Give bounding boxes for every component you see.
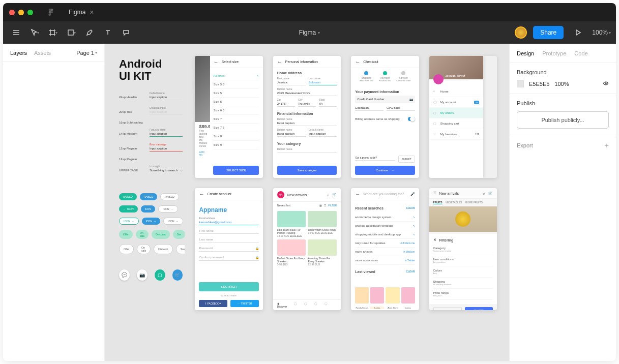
frame-tool[interactable]: ▾ [45,24,61,41]
share-button[interactable]: Share [533,26,564,39]
frame-checkout[interactable]: ←Checkout ShippingAdd/renew info Payment… [351,56,419,178]
zoom-value: 100% [592,29,608,36]
zoom-control[interactable]: 100% ▾ [592,29,611,36]
close-window-icon[interactable] [9,10,15,15]
pen-tool[interactable] [81,24,98,41]
document-title[interactable]: Figma ▾ [299,29,320,36]
billing-toggle [408,117,415,121]
present-button[interactable] [570,24,586,41]
maximize-window-icon[interactable] [27,10,33,15]
visibility-icon[interactable] [603,80,609,87]
user-avatar[interactable] [515,26,527,39]
toolbar: ▾ ▾ ▾ Figma ▾ Share 100% ▾ [3,21,616,44]
menu-icon: ☰ [433,191,436,195]
canvas[interactable]: Android UI KIT 24sp HeadlinDefault nameI… [105,44,509,361]
bag-icon: ▢ [433,111,437,115]
discover-icon: ◉Discover [277,302,287,308]
arrow-icon: ↖ [413,224,415,227]
user-icon: ◯ [433,100,437,104]
nav-icon: ◯ [325,302,328,308]
titlebar: Figma × [3,3,616,21]
shape-tool[interactable]: ▾ [63,24,79,41]
assets-tab[interactable]: Assets [34,50,51,56]
cart-icon: ▢ [433,122,437,126]
search-icon: ⌕ [327,193,329,197]
publish-title: Publish [517,100,609,106]
back-icon: ← [199,191,204,197]
move-tool[interactable]: ▾ [26,24,43,41]
back-icon: ← [355,59,360,65]
heart-icon: ♡ [433,132,437,136]
frame-personal-info[interactable]: ←Personal information Home address First… [273,56,341,178]
page-label: Page 1 [76,50,94,56]
frame-profile-menu[interactable]: Jessica Tibvitz purchasenow@gmail.com ⌂H… [429,56,497,178]
close-tab-icon[interactable]: × [90,8,94,16]
background-swatch[interactable] [517,80,524,87]
figma-logo-icon [47,9,54,16]
profile-avatar [433,74,444,84]
arrow-right-icon: → [391,169,394,172]
prototype-tab[interactable]: Prototype [542,50,566,56]
list-icon: ☰ [324,204,326,207]
back-icon: ← [213,59,218,65]
frame-create-account[interactable]: ←Create account Appname Email address ka… [195,188,262,310]
export-title: Export [517,142,533,148]
layers-panel: Layers Assets Page 1 ▾ [3,44,105,361]
design-tab[interactable]: Design [517,50,534,56]
select-size-button: SELECT SIZE [213,166,258,175]
publish-section: Publish Publish publicly... [510,94,616,135]
search-icon: ⌕ [483,192,485,195]
twitter-button: 🐦 TWITTER [230,300,259,307]
arrow-icon: ↖ [413,216,415,219]
properties-panel: Design Prototype Code Background E5E5E5 … [509,44,616,361]
comment-tool[interactable] [118,24,134,41]
cart-icon: 🛒 [488,191,493,195]
camera-icon: 📷 [409,98,413,101]
doc-name: Figma [299,29,316,36]
mic-icon: 🎤 [410,192,415,196]
tab-label: Figma [69,9,85,16]
window-controls [9,10,33,15]
text-tool[interactable] [100,24,116,41]
menu-button[interactable] [8,24,24,41]
chevron-down-icon: ▾ [318,31,320,35]
frame-filter[interactable]: ☰New arrivals⌕🛒 FRUITSVEGETABLESMORE FRU… [429,188,497,310]
svg-point-0 [51,11,53,13]
export-section: Export + [510,135,616,156]
kit-title-1: Android [119,58,183,70]
frame-typography[interactable]: Android UI KIT 24sp HeadlinDefault nameI… [117,56,185,178]
reset-button: RESET [433,307,462,310]
layers-tab[interactable]: Layers [10,50,27,56]
apply-button: RAISED [465,307,493,310]
page-selector[interactable]: Page 1 ▾ [76,50,97,56]
minimize-window-icon[interactable] [18,10,24,15]
back-icon: ← [277,59,282,65]
nav-icon: ◯ [314,302,317,308]
cart-icon: 🛒 [332,193,337,197]
search-icon: ⌕ [181,169,183,172]
background-opacity[interactable]: 100% [554,81,569,87]
publish-button[interactable]: Publish publicly... [517,111,609,129]
frame-select-size[interactable]: $89.95 Fine looking and the Hottest tren… [195,56,262,178]
arrow-icon: ↖ [413,233,415,236]
continue-button: Continue→ [355,166,415,175]
nav-icon: ◯ [294,302,297,308]
code-tab[interactable]: Code [574,50,587,56]
background-section: Background E5E5E5 100% [510,63,616,94]
document-tab[interactable]: Figma × [64,3,99,21]
register-button: REGISTER [199,282,258,291]
frame-buttons[interactable]: RAISEDRAISEDRAISED ← ICONICONICON → ICON… [117,188,185,310]
frame-new-arrivals[interactable]: NANew arrivals⌕🛒 Newest first ▦☰FILTER L… [273,188,341,310]
grid-icon: ▦ [319,204,322,207]
add-export-button[interactable]: + [605,141,609,149]
lock-icon: 🔒 [255,247,259,250]
check-icon: ✓ [256,74,259,77]
nav-icon: ◯ [304,302,307,308]
background-hex[interactable]: E5E5E5 [529,81,549,87]
chevron-down-icon: ▾ [95,50,97,55]
back-icon: ← [355,191,360,197]
svg-rect-1 [68,30,73,35]
frame-search[interactable]: ←What are you looking for?🎤 Recent searc… [351,188,419,310]
close-icon: ✕ [433,238,436,242]
save-button: Save changes [277,166,337,175]
